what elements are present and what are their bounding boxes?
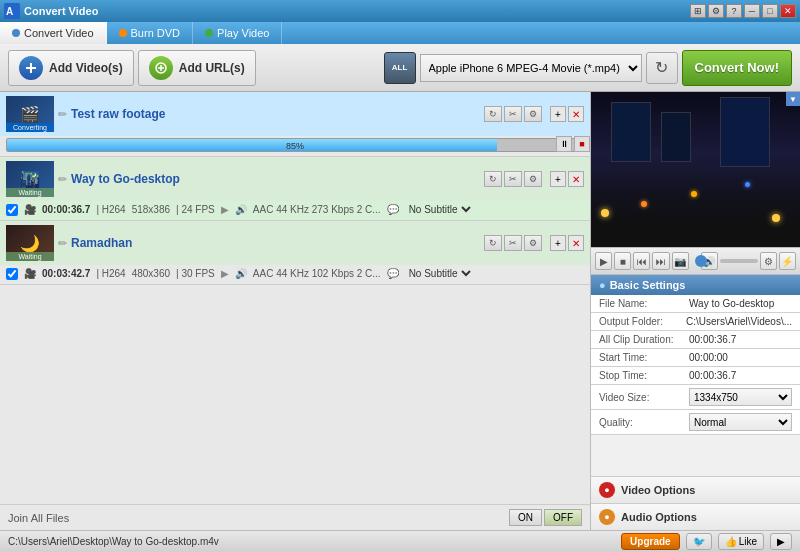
stop-player-btn[interactable]: ■ bbox=[614, 252, 631, 270]
video-title-2[interactable]: Way to Go-desktop bbox=[71, 172, 480, 186]
video-options-btn[interactable]: ● Video Options bbox=[591, 476, 800, 503]
settings-size-row: Video Size: 1334x750 bbox=[591, 385, 800, 410]
audio-options-label: Audio Options bbox=[621, 511, 697, 523]
settings-header: ● Basic Settings bbox=[591, 275, 800, 295]
output-value[interactable]: C:\Users\Ariel\Videos\... bbox=[686, 316, 792, 327]
tabbar: Convert Video Burn DVD Play Video bbox=[0, 22, 800, 44]
thumbs-up-icon: 👍 bbox=[725, 536, 737, 547]
video-item-3: 🌙 Waiting ✏ Ramadhan ↻ ✂ ⚙ + ✕ 🎥 bbox=[0, 221, 590, 285]
settings-action-1[interactable]: ⚙ bbox=[524, 106, 542, 122]
video-actions-1: ↻ ✂ ⚙ bbox=[484, 106, 542, 122]
add-remove-3: + ✕ bbox=[550, 235, 584, 251]
maximize-btn[interactable]: □ bbox=[762, 4, 778, 18]
player-settings-btn[interactable]: ⚙ bbox=[760, 252, 777, 270]
refresh-action-3[interactable]: ↻ bbox=[484, 235, 502, 251]
main-area: 🎬 Converting ✏ Test raw footage ↻ ✂ ⚙ + … bbox=[0, 92, 800, 530]
join-off-btn[interactable]: OFF bbox=[544, 509, 582, 526]
arrow-button[interactable]: ▶ bbox=[770, 533, 792, 550]
add-url-button[interactable]: Add URL(s) bbox=[138, 50, 256, 86]
item-res-3: 480x360 bbox=[132, 268, 170, 279]
window-title: Convert Video bbox=[24, 5, 690, 17]
format-select[interactable]: Apple iPhone 6 MPEG-4 Movie (*.mp4) bbox=[420, 54, 642, 82]
remove-item-3[interactable]: ✕ bbox=[568, 235, 584, 251]
add-video-button[interactable]: Add Video(s) bbox=[8, 50, 134, 86]
settings-action-3[interactable]: ⚙ bbox=[524, 235, 542, 251]
remove-item-2[interactable]: ✕ bbox=[568, 171, 584, 187]
item-checkbox-2[interactable] bbox=[6, 204, 18, 216]
start-label: Start Time: bbox=[599, 352, 689, 363]
app-icon: A bbox=[4, 3, 20, 19]
add-item-1[interactable]: + bbox=[550, 106, 566, 122]
video-thumb-2: 🌃 Waiting bbox=[6, 161, 54, 197]
add-item-3[interactable]: + bbox=[550, 235, 566, 251]
close-btn[interactable]: ✕ bbox=[780, 4, 796, 18]
progress-fill-1 bbox=[7, 139, 497, 151]
settings-icon-btn[interactable]: ⚙ bbox=[708, 4, 724, 18]
tab-burn[interactable]: Burn DVD bbox=[107, 22, 194, 44]
item-res-2: 518x386 bbox=[132, 204, 170, 215]
help-btn[interactable]: ? bbox=[726, 4, 742, 18]
size-select[interactable]: 1334x750 bbox=[689, 388, 792, 406]
tab-dot-burn bbox=[119, 29, 127, 37]
cut-action-3[interactable]: ✂ bbox=[504, 235, 522, 251]
quality-label: Quality: bbox=[599, 417, 689, 428]
tab-burn-label: Burn DVD bbox=[131, 27, 181, 39]
preview-menu-btn[interactable]: ▼ bbox=[786, 92, 800, 106]
pause-btn-1[interactable]: ⏸ bbox=[556, 136, 572, 152]
add-item-2[interactable]: + bbox=[550, 171, 566, 187]
cut-action-2[interactable]: ✂ bbox=[504, 171, 522, 187]
video-title-1[interactable]: Test raw footage bbox=[71, 107, 480, 121]
play-btn[interactable]: ▶ bbox=[595, 252, 612, 270]
size-label: Video Size: bbox=[599, 392, 689, 403]
settings-action-2[interactable]: ⚙ bbox=[524, 171, 542, 187]
stop-btn-1[interactable]: ■ bbox=[574, 136, 590, 152]
settings-duration-row: All Clip Duration: 00:00:36.7 bbox=[591, 331, 800, 349]
item-audio-3: AAC 44 KHz 102 Kbps 2 C... bbox=[253, 268, 381, 279]
refresh-button[interactable]: ↻ bbox=[646, 52, 678, 84]
add-video-icon bbox=[19, 56, 43, 80]
video-actions-2: ↻ ✂ ⚙ bbox=[484, 171, 542, 187]
join-all-row: Join All Files ON OFF bbox=[0, 504, 590, 530]
screenshot-btn[interactable]: 📷 bbox=[672, 252, 689, 270]
quality-select[interactable]: Normal bbox=[689, 413, 792, 431]
remove-item-1[interactable]: ✕ bbox=[568, 106, 584, 122]
settings-filename-row: File Name: Way to Go-desktop bbox=[591, 295, 800, 313]
player-more-btn[interactable]: ⚡ bbox=[779, 252, 796, 270]
volume-slider[interactable] bbox=[720, 259, 758, 263]
item-fps-3: | 30 FPS bbox=[176, 268, 215, 279]
video-thumb-3: 🌙 Waiting bbox=[6, 225, 54, 261]
item-codec-2: | H264 bbox=[96, 204, 125, 215]
left-panel: 🎬 Converting ✏ Test raw footage ↻ ✂ ⚙ + … bbox=[0, 92, 590, 530]
refresh-action-1[interactable]: ↻ bbox=[484, 106, 502, 122]
tab-play[interactable]: Play Video bbox=[193, 22, 282, 44]
upgrade-button[interactable]: Upgrade bbox=[621, 533, 680, 550]
next-frame-btn[interactable]: ⏭ bbox=[652, 252, 669, 270]
item-details-2: 🎥 00:00:36.7 | H264 518x386 | 24 FPS ▶ 🔊… bbox=[0, 201, 590, 220]
minimize-btn[interactable]: ─ bbox=[744, 4, 760, 18]
refresh-action-2[interactable]: ↻ bbox=[484, 171, 502, 187]
like-label: Like bbox=[739, 536, 757, 547]
item-checkbox-3[interactable] bbox=[6, 268, 18, 280]
video-title-3[interactable]: Ramadhan bbox=[71, 236, 480, 250]
add-video-label: Add Video(s) bbox=[49, 61, 123, 75]
progress-row-1: 85% ⏸ ■ bbox=[0, 136, 590, 156]
facebook-button[interactable]: 👍 Like bbox=[718, 533, 764, 550]
stop-value[interactable]: 00:00:36.7 bbox=[689, 370, 792, 381]
audio-options-btn[interactable]: ● Audio Options bbox=[591, 503, 800, 530]
left-panel-spacer bbox=[0, 285, 590, 504]
cut-action-1[interactable]: ✂ bbox=[504, 106, 522, 122]
item-subtitle-3[interactable]: No Subtitle bbox=[405, 267, 474, 280]
status-right: Upgrade 🐦 👍 Like ▶ bbox=[621, 533, 792, 550]
filename-value[interactable]: Way to Go-desktop bbox=[689, 298, 792, 309]
twitter-button[interactable]: 🐦 bbox=[686, 533, 712, 550]
video-item-2-header: 🌃 Waiting ✏ Way to Go-desktop ↻ ✂ ⚙ + ✕ bbox=[0, 157, 590, 201]
item-subtitle-2[interactable]: No Subtitle bbox=[405, 203, 474, 216]
start-value[interactable]: 00:00:00 bbox=[689, 352, 792, 363]
prev-frame-btn[interactable]: ⏮ bbox=[633, 252, 650, 270]
item-fps-2: | 24 FPS bbox=[176, 204, 215, 215]
convert-now-button[interactable]: Convert Now! bbox=[682, 50, 793, 86]
join-on-btn[interactable]: ON bbox=[509, 509, 542, 526]
tab-convert[interactable]: Convert Video bbox=[0, 22, 107, 44]
video-status-1: Converting bbox=[6, 123, 54, 132]
toolbar-icon-btn[interactable]: ⊞ bbox=[690, 4, 706, 18]
